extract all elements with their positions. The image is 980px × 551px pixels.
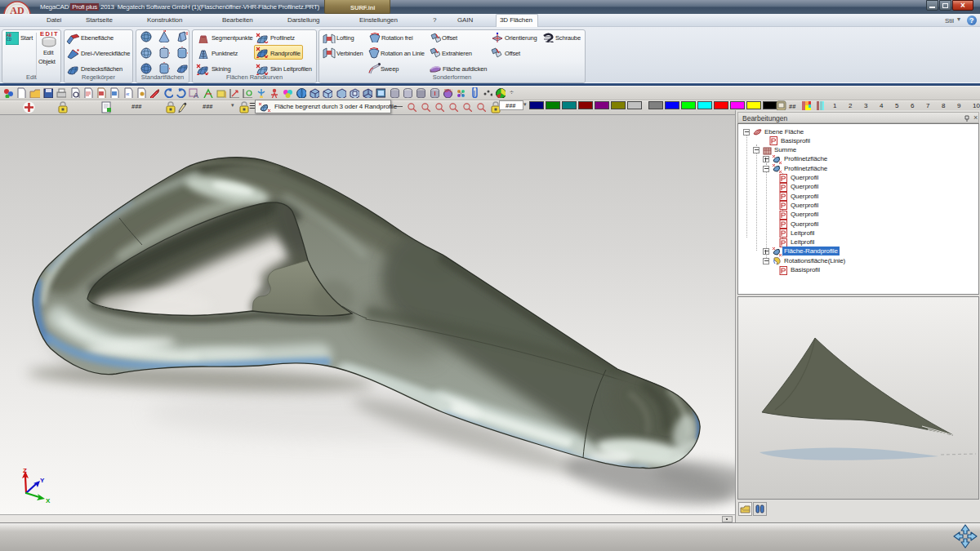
svg-text:CD: CD (7, 38, 11, 42)
svg-text:«: « (126, 91, 130, 98)
svg-text:Z: Z (23, 467, 27, 474)
svg-text:SPLI: SPLI (444, 88, 452, 93)
svg-text:A: A (194, 91, 198, 98)
svg-text:X: X (46, 497, 51, 504)
svg-text:Y: Y (40, 477, 45, 484)
